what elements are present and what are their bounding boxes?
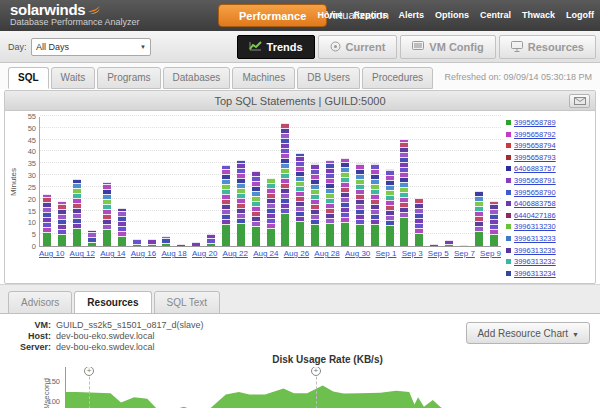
stacked-bar[interactable] [415, 198, 423, 246]
sql-statement-link[interactable]: 3995658793 [514, 153, 556, 162]
stacked-bar[interactable] [371, 163, 379, 246]
performance-button[interactable]: Performance [218, 4, 327, 27]
stacked-bar[interactable] [58, 201, 66, 246]
tab-databases[interactable]: Databases [163, 67, 231, 89]
sql-statement-link[interactable]: 3996313233 [514, 234, 556, 243]
stacked-bar[interactable] [207, 234, 215, 246]
legend-item: 3996313235 [506, 246, 591, 255]
legend-item: 3995658794 [506, 141, 591, 150]
x-axis-date-link[interactable]: Sep 1 [376, 249, 397, 258]
sql-statement-link[interactable]: 3996313235 [514, 246, 556, 255]
day-select[interactable]: All Days ▼ [31, 38, 151, 56]
x-axis-date-link[interactable]: Sep 9 [480, 249, 501, 258]
stacked-bar[interactable] [88, 230, 96, 246]
sql-statement-link[interactable]: 3996313234 [514, 269, 556, 278]
x-axis-date-link[interactable]: Aug 18 [161, 249, 186, 258]
add-resource-chart-button[interactable]: Add Resource Chart▼ [466, 322, 590, 344]
nav-logoff[interactable]: Logoff [566, 10, 594, 20]
x-axis-date-link[interactable]: Aug 22 [223, 249, 248, 258]
stacked-bar[interactable] [460, 245, 468, 246]
x-axis-date-link[interactable]: Sep 7 [454, 249, 475, 258]
vm-config-button[interactable]: VM Config [400, 35, 495, 59]
nav-central[interactable]: Central [480, 10, 511, 20]
stacked-bar[interactable] [326, 160, 334, 246]
stacked-bar[interactable] [430, 244, 438, 246]
stacked-bar[interactable] [490, 201, 498, 246]
x-axis-date-link[interactable]: Aug 12 [70, 249, 95, 258]
stacked-bar[interactable] [148, 239, 156, 246]
stacked-bar[interactable] [296, 153, 304, 246]
stacked-bar[interactable] [192, 242, 200, 246]
stacked-bar[interactable] [386, 169, 394, 246]
x-axis-date-link[interactable]: Aug 24 [253, 249, 278, 258]
tab-sql[interactable]: SQL [8, 67, 49, 89]
x-axis-date-link[interactable]: Aug 26 [284, 249, 309, 258]
x-label-slot: Sep 5 [428, 249, 449, 258]
x-axis-date-link[interactable]: Aug 10 [39, 249, 64, 258]
nav-home[interactable]: Home [317, 10, 342, 20]
tab-programs[interactable]: Programs [97, 67, 160, 89]
stacked-bar[interactable] [475, 191, 483, 246]
x-axis-date-link[interactable]: Aug 16 [131, 249, 156, 258]
sql-statement-link[interactable]: 3995658792 [514, 130, 556, 139]
sql-statement-link[interactable]: 3995658794 [514, 141, 556, 150]
sql-statement-link[interactable]: 3995658790 [514, 188, 556, 197]
logo-text: solarwinds [10, 1, 85, 18]
tab-sql-text[interactable]: SQL Text [154, 291, 221, 314]
resources-button[interactable]: Resources [499, 35, 596, 59]
tab-db-users[interactable]: DB Users [297, 67, 360, 89]
sql-statement-link[interactable]: 3995658789 [514, 118, 556, 127]
chart-title: Top SQL Statements | GUILD:5000 [214, 95, 385, 107]
stacked-bar[interactable] [103, 182, 111, 246]
stacked-bar[interactable] [162, 236, 170, 246]
tab-machines[interactable]: Machines [232, 67, 295, 89]
stacked-bar[interactable] [43, 194, 51, 246]
bar-segment [192, 242, 200, 246]
stacked-bar[interactable] [133, 239, 141, 246]
stacked-bar[interactable] [73, 179, 81, 246]
stacked-bar[interactable] [356, 163, 364, 246]
x-axis-date-link[interactable]: Aug 28 [314, 249, 339, 258]
stacked-bar[interactable] [445, 240, 453, 246]
y-tick: 10 [28, 218, 36, 227]
nav-reports[interactable]: Reports [353, 10, 387, 20]
trends-icon [249, 41, 262, 53]
stacked-bar[interactable] [222, 165, 230, 246]
stacked-bar[interactable] [267, 178, 275, 246]
stacked-bar[interactable] [252, 171, 260, 246]
x-axis-date-link[interactable]: Aug 30 [345, 249, 370, 258]
detail-tabs: Advisors Resources SQL Text [0, 284, 600, 313]
bar-slot [397, 117, 412, 246]
tab-advisors[interactable]: Advisors [8, 291, 72, 314]
legend-swatch [506, 259, 511, 264]
nav-options[interactable]: Options [435, 10, 469, 20]
bar-slot [263, 117, 278, 246]
email-button[interactable] [569, 94, 590, 108]
x-axis-date-link[interactable]: Sep 3 [402, 249, 423, 258]
sql-statement-link[interactable]: 3995658791 [514, 176, 556, 185]
trends-button[interactable]: Trends [237, 35, 315, 59]
stacked-bar[interactable] [237, 160, 245, 246]
x-axis-date-link[interactable]: Aug 20 [192, 249, 217, 258]
stacked-bar[interactable] [341, 158, 349, 246]
nav-alerts[interactable]: Alerts [398, 10, 424, 20]
stacked-bar[interactable] [177, 244, 185, 246]
sql-statement-link[interactable]: 6406883757 [514, 164, 556, 173]
nav-thwack[interactable]: Thwack [522, 10, 555, 20]
stacked-bar[interactable] [118, 208, 126, 246]
current-button[interactable]: Current [318, 35, 398, 59]
display-icon [511, 41, 523, 54]
tab-resources[interactable]: Resources [74, 291, 151, 314]
x-axis-date-link[interactable]: Sep 5 [428, 249, 449, 258]
bar-segment [400, 217, 408, 246]
tab-waits[interactable]: Waits [51, 67, 96, 89]
x-axis-date-link[interactable]: Aug 14 [100, 249, 125, 258]
sql-statement-link[interactable]: 3996313230 [514, 222, 556, 231]
stacked-bar[interactable] [311, 163, 319, 246]
sql-statement-link[interactable]: 3996313232 [514, 257, 556, 266]
sql-statement-link[interactable]: 6406883758 [514, 199, 556, 208]
stacked-bar[interactable] [281, 123, 289, 246]
tab-procedures[interactable]: Procedures [362, 67, 433, 89]
sql-statement-link[interactable]: 6440427186 [514, 211, 556, 220]
stacked-bar[interactable] [400, 139, 408, 246]
